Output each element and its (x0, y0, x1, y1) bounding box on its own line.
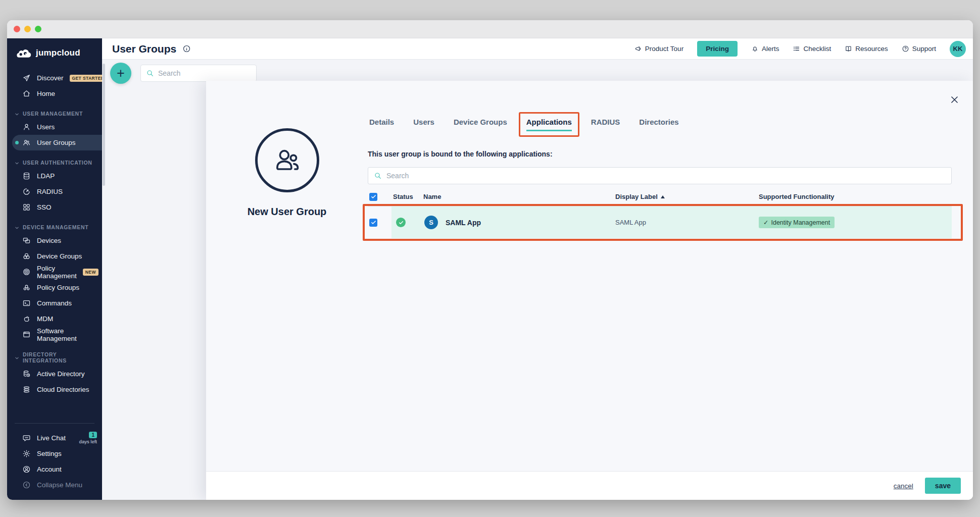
nav-support[interactable]: Support (902, 45, 936, 53)
cancel-button[interactable]: cancel (894, 482, 913, 490)
sidebar-item-label: SSO (37, 203, 52, 211)
apps-search-input[interactable] (386, 172, 946, 180)
sidebar-item-label: Home (37, 90, 55, 97)
sidebar-item-policy-management[interactable]: Policy ManagementNEW (7, 264, 102, 280)
sidebar-item-policy-groups[interactable]: Policy Groups (7, 280, 102, 295)
radius-icon (22, 187, 31, 196)
sidebar-item-radius[interactable]: RADIUS (7, 184, 102, 199)
database-icon (22, 172, 31, 180)
nav-item-label: Support (912, 45, 936, 53)
sidebar-item-home[interactable]: Home (7, 86, 102, 101)
tab-device-groups[interactable]: Device Groups (452, 112, 509, 137)
nav-product-tour[interactable]: Product Tour (634, 45, 683, 53)
sidebar: jumpcloud DiscoverGET STARTEDHomeUSER MA… (7, 38, 102, 500)
sidebar-section-title-device-management[interactable]: DEVICE MANAGEMENT (7, 222, 102, 233)
sidebar-item-label: Devices (37, 237, 61, 244)
sidebar-item-user-groups[interactable]: User Groups (12, 135, 102, 150)
brand-name: jumpcloud (36, 48, 80, 58)
tab-users[interactable]: Users (412, 112, 436, 137)
sidebar-item-active-directory[interactable]: Active Directory (7, 366, 102, 382)
nav-item-label: Pricing (706, 45, 729, 53)
sidebar-item-sso[interactable]: SSO (7, 199, 102, 215)
sort-asc-icon (661, 195, 665, 198)
tab-details[interactable]: Details (368, 112, 396, 137)
device-group-icon (22, 252, 31, 261)
search-icon (374, 172, 382, 180)
sidebar-item-users[interactable]: Users (7, 119, 102, 135)
nav-item-label: Checklist (803, 45, 831, 53)
nav-alerts[interactable]: Alerts (751, 45, 779, 53)
nav-resources[interactable]: Resources (845, 45, 888, 53)
sidebar-item-label: Live Chat (37, 434, 66, 442)
panel-footer: cancel save (206, 471, 973, 500)
book-icon (845, 45, 852, 53)
user-groups-search-input[interactable] (158, 69, 251, 77)
user-avatar[interactable]: KK (950, 41, 966, 57)
tab-applications-annotated[interactable]: Applications (519, 112, 579, 137)
add-user-group-button[interactable]: + (110, 63, 131, 84)
sidebar-item-collapse-menu[interactable]: Collapse Menu (7, 477, 102, 493)
minimize-window-button[interactable] (24, 26, 31, 32)
search-icon (146, 69, 154, 77)
bell-icon (751, 45, 759, 53)
sidebar-item-ldap[interactable]: LDAP (7, 168, 102, 184)
row-functionality-cell: ✓Identity Management (759, 206, 952, 238)
column-header-status[interactable]: Status (391, 193, 423, 200)
chevron-down-icon (15, 355, 19, 360)
sidebar-item-discover[interactable]: DiscoverGET STARTED (7, 70, 102, 86)
tab-label: RADIUS (591, 118, 620, 131)
sidebar-item-devices[interactable]: Devices (7, 233, 102, 248)
page-scrollbar[interactable] (103, 64, 105, 186)
close-window-button[interactable] (14, 26, 20, 32)
column-header-display-label[interactable]: Display Label (615, 193, 759, 200)
tab-radius[interactable]: RADIUS (590, 112, 622, 137)
sidebar-section-device-management: DEVICE MANAGEMENTDevicesDevice GroupsPol… (7, 222, 102, 342)
chevron-down-icon (15, 112, 19, 116)
sidebar-item-account[interactable]: Account (7, 461, 102, 477)
select-all-cell (368, 193, 391, 201)
tab-directories[interactable]: Directories (638, 112, 680, 137)
rocket-icon (22, 74, 31, 82)
nav-pricing[interactable]: Pricing (697, 41, 738, 57)
apps-table-header: StatusNameDisplay LabelSupported Functio… (368, 187, 952, 206)
sidebar-item-label: Active Directory (37, 370, 85, 378)
brand-logo[interactable]: jumpcloud (7, 44, 102, 64)
group-summary-column: New User Group (206, 81, 368, 471)
select-all-checkbox[interactable] (369, 193, 377, 201)
info-icon[interactable] (182, 44, 191, 53)
chevron-down-icon (15, 161, 19, 165)
sidebar-item-cloud-directories[interactable]: Cloud Directories (7, 382, 102, 397)
group-detail-column: DetailsUsersDevice GroupsApplicationsRAD… (368, 81, 973, 471)
sidebar-item-label: Commands (37, 299, 72, 307)
group-title: New User Group (248, 206, 327, 218)
sidebar-item-software-management[interactable]: Software Management (7, 327, 102, 342)
table-row-saml-app[interactable]: SSAML AppSAML App✓Identity Management (368, 206, 952, 238)
target-icon (22, 268, 31, 276)
sidebar-item-device-groups[interactable]: Device Groups (7, 248, 102, 264)
nav-checklist[interactable]: Checklist (793, 45, 831, 53)
section-title-label: DEVICE MANAGEMENT (23, 224, 88, 230)
chat-icon (22, 434, 31, 442)
nav-item-label: Product Tour (645, 45, 683, 53)
row-checkbox[interactable] (369, 219, 377, 227)
nav-item-label: Alerts (762, 45, 779, 53)
page-title: User Groups (112, 43, 176, 55)
apple-icon (22, 315, 31, 323)
column-header-supported-functionality[interactable]: Supported Functionality (759, 193, 952, 200)
column-header-name[interactable]: Name (423, 193, 615, 200)
sidebar-item-mdm[interactable]: MDM (7, 311, 102, 327)
sidebar-section-title-user-management[interactable]: USER MANAGEMENT (7, 108, 102, 119)
sidebar-item-label: Policy Management (37, 265, 77, 280)
zoom-window-button[interactable] (35, 26, 41, 32)
sidebar-item-commands[interactable]: Commands (7, 295, 102, 311)
home-icon (22, 89, 31, 98)
sidebar-section-title-user-authentication[interactable]: USER AUTHENTICATION (7, 157, 102, 168)
close-button[interactable] (950, 95, 959, 105)
chevron-down-icon (15, 225, 19, 230)
save-button[interactable]: save (925, 478, 961, 494)
sidebar-section-title-directory-integrations[interactable]: DIRECTORY INTEGRATIONS (7, 349, 102, 366)
tabs: DetailsUsersDevice GroupsApplicationsRAD… (368, 112, 952, 137)
sidebar-item-settings[interactable]: Settings (7, 446, 102, 461)
sidebar-item-live-chat[interactable]: Live Chat1days left (7, 430, 102, 446)
user-group-detail-panel: New User Group DetailsUsersDevice Groups… (206, 81, 973, 500)
